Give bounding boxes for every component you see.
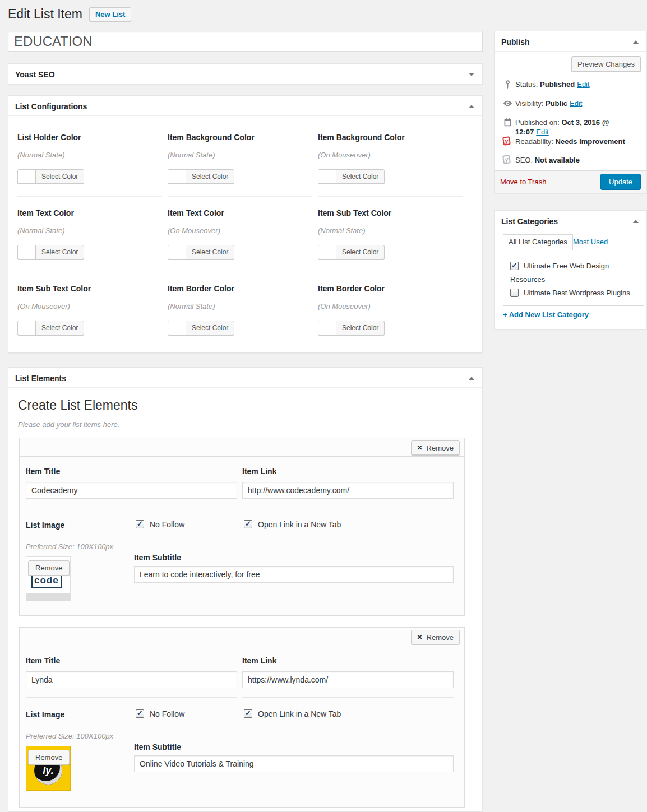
select-color-button[interactable]: Select Color	[318, 321, 385, 335]
config-label: Item Background Color	[168, 132, 312, 142]
remove-image-button[interactable]: Remove	[28, 750, 70, 765]
item-subtitle-input[interactable]	[134, 755, 454, 772]
divider	[26, 508, 237, 508]
tab-all-list-categories[interactable]: All List Categories	[503, 234, 573, 250]
publish-title: Publish	[501, 38, 530, 47]
select-color-label: Select Color	[36, 321, 84, 335]
item-header: Remove	[20, 628, 464, 646]
remove-item-button[interactable]: Remove	[411, 630, 460, 644]
publish-header[interactable]: Publish	[495, 31, 646, 52]
config-label: Item Text Color	[168, 208, 312, 218]
color-swatch	[18, 321, 36, 335]
color-swatch	[318, 321, 336, 335]
category-checkbox[interactable]	[510, 262, 519, 270]
item-link-input[interactable]	[242, 482, 454, 499]
remove-image-button[interactable]: Remove	[28, 560, 70, 576]
config-cell-item-subtext-normal: Item Sub Text Color (Normal State) Selec…	[318, 208, 463, 272]
seo-row: SEO: Not available	[503, 155, 641, 165]
update-button[interactable]: Update	[600, 174, 641, 190]
select-color-label: Select Color	[186, 245, 234, 259]
config-cell-item-text-hover: Item Text Color (On Mouseover) Select Co…	[168, 208, 312, 272]
config-label: Item Sub Text Color	[318, 208, 463, 218]
no-follow-checkbox[interactable]	[136, 709, 144, 718]
select-color-button[interactable]: Select Color	[318, 169, 385, 184]
divider	[242, 508, 454, 508]
item-subtitle-label: Item Subtitle	[134, 553, 181, 563]
config-label: Item Text Color	[17, 208, 162, 218]
item-link-input[interactable]	[242, 671, 454, 688]
post-title-input[interactable]	[8, 31, 483, 52]
remove-item-label: Remove	[427, 633, 454, 642]
select-color-button[interactable]: Select Color	[168, 169, 234, 184]
color-swatch	[168, 321, 186, 335]
category-checkbox[interactable]	[510, 289, 519, 297]
list-categories-header[interactable]: List Categories	[495, 211, 646, 231]
config-label: Item Border Color	[168, 284, 312, 294]
yoast-seo-icon	[502, 155, 511, 164]
select-color-button[interactable]: Select Color	[17, 169, 84, 184]
x-icon	[417, 444, 423, 452]
category-item: Ultimate Best Wordpress Plugins	[510, 286, 638, 300]
config-cell-item-bg-hover: Item Background Color (On Mouseover) Sel…	[318, 132, 463, 197]
open-new-tab-checkbox[interactable]	[244, 520, 252, 528]
remove-item-label: Remove	[427, 444, 454, 452]
select-color-button[interactable]: Select Color	[318, 245, 385, 259]
chevron-up-icon[interactable]	[469, 377, 474, 380]
pin-icon	[503, 80, 512, 89]
list-image-label: List Image	[26, 709, 64, 720]
item-title-input[interactable]	[26, 671, 237, 688]
list-configurations-panel: List Configurations List Holder Color (N…	[8, 95, 483, 353]
color-swatch	[18, 245, 36, 259]
chevron-down-icon[interactable]	[469, 73, 474, 76]
remove-item-button[interactable]: Remove	[411, 440, 460, 455]
config-cell-item-text-normal: Item Text Color (Normal State) Select Co…	[17, 208, 162, 272]
eye-icon	[503, 99, 512, 108]
list-element-item-codecademy: Remove Item Title Item Link List Image N…	[19, 438, 465, 616]
config-state: (On Mouseover)	[318, 151, 463, 160]
published-edit-link[interactable]: Edit	[536, 128, 548, 136]
new-list-button[interactable]: New List	[89, 7, 131, 21]
yoast-seo-panel-header[interactable]: Yoast SEO	[8, 64, 482, 84]
category-list-box: Ultimate Free Web Design Resources Ultim…	[503, 250, 644, 306]
move-to-trash-link[interactable]: Move to Trash	[500, 178, 546, 186]
list-elements-header[interactable]: List Elements	[8, 368, 482, 388]
status-row: Status: PublishedEdit	[503, 80, 641, 89]
config-cell-item-bg-normal: Item Background Color (Normal State) Sel…	[168, 132, 312, 197]
color-config-grid: List Holder Color (Normal State) Select …	[17, 116, 473, 348]
preview-changes-button[interactable]: Preview Changes	[571, 56, 641, 72]
item-title-label: Item Title	[26, 656, 60, 666]
category-item: Ultimate Free Web Design Resources	[510, 259, 638, 286]
yoast-readability-icon	[502, 136, 511, 146]
tab-most-used[interactable]: Most Used	[573, 238, 608, 246]
thumbnail-strip	[26, 593, 70, 601]
category-label: Ultimate Best Wordpress Plugins	[524, 289, 630, 297]
edit-list-item-page: Edit List Item New List Yoast SEO List C…	[0, 0, 647, 812]
select-color-label: Select Color	[336, 170, 384, 183]
status-value: Published	[540, 80, 575, 89]
select-color-button[interactable]: Select Color	[168, 321, 234, 335]
select-color-button[interactable]: Select Color	[168, 245, 234, 259]
chevron-up-icon[interactable]	[633, 40, 639, 44]
select-color-label: Select Color	[36, 170, 84, 183]
config-label: Item Border Color	[318, 284, 463, 294]
color-swatch	[168, 170, 186, 183]
list-configurations-title: List Configurations	[15, 102, 87, 111]
select-color-label: Select Color	[186, 321, 234, 335]
config-label: Item Background Color	[318, 132, 463, 142]
calendar-icon	[503, 118, 512, 127]
select-color-label: Select Color	[36, 245, 84, 259]
open-new-tab-checkbox[interactable]	[244, 709, 252, 718]
select-color-button[interactable]: Select Color	[17, 245, 84, 259]
status-edit-link[interactable]: Edit	[577, 80, 589, 89]
no-follow-checkbox[interactable]	[136, 520, 144, 528]
chevron-up-icon[interactable]	[633, 220, 639, 223]
page-title: Edit List Item	[8, 6, 82, 22]
item-title-input[interactable]	[26, 482, 237, 499]
select-color-button[interactable]: Select Color	[17, 321, 84, 335]
chevron-up-icon[interactable]	[469, 105, 474, 108]
list-configurations-header[interactable]: List Configurations	[8, 96, 482, 116]
add-new-list-category-link[interactable]: + Add New List Category	[503, 310, 589, 319]
visibility-edit-link[interactable]: Edit	[570, 99, 582, 108]
item-subtitle-input[interactable]	[134, 566, 454, 583]
item-title-label: Item Title	[26, 466, 60, 476]
